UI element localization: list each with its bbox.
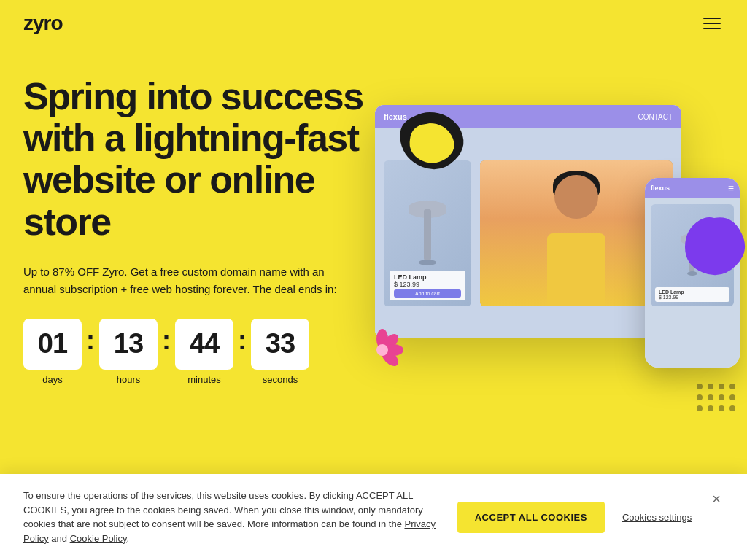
minutes-value: 44 bbox=[175, 319, 233, 370]
seconds-label: seconds bbox=[263, 374, 298, 385]
cookie-message: To ensure the operations of the services… bbox=[23, 490, 423, 529]
deco-wave-black bbox=[390, 105, 470, 185]
phone-product-info: LED Lamp $ 123.99 bbox=[655, 287, 729, 302]
countdown-hours: 13 hours bbox=[99, 319, 158, 385]
phone-header: flexus ≡ bbox=[645, 178, 740, 198]
person-head bbox=[554, 175, 598, 219]
deco-purple-blob bbox=[681, 214, 747, 283]
cookie-text: To ensure the operations of the services… bbox=[23, 489, 440, 545]
hours-value: 13 bbox=[99, 319, 158, 370]
woman-figure bbox=[480, 160, 673, 306]
hamburger-line-3 bbox=[703, 28, 721, 29]
days-value: 01 bbox=[23, 319, 82, 370]
seconds-value: 33 bbox=[251, 319, 309, 370]
cookie-close-icon[interactable]: × bbox=[709, 489, 724, 509]
separator-2: : bbox=[162, 327, 171, 368]
phone-lamp-name: LED Lamp bbox=[659, 289, 726, 295]
minutes-label: minutes bbox=[187, 374, 221, 385]
days-label: days bbox=[42, 374, 62, 385]
svg-point-7 bbox=[719, 384, 724, 389]
hero-illustration: flexus CONTACT LED Lamp bbox=[346, 47, 747, 499]
laptop-add-to-cart[interactable]: Add to cart bbox=[394, 289, 461, 298]
svg-point-10 bbox=[708, 394, 713, 400]
laptop-woman-image bbox=[480, 160, 673, 306]
deco-dots-right bbox=[692, 379, 743, 433]
svg-point-16 bbox=[729, 405, 735, 411]
countdown-minutes: 44 minutes bbox=[175, 319, 233, 385]
svg-point-15 bbox=[719, 405, 724, 411]
hamburger-line-1 bbox=[703, 18, 721, 19]
laptop-nav: CONTACT bbox=[638, 113, 673, 121]
separator-3: : bbox=[238, 327, 247, 368]
svg-point-14 bbox=[708, 405, 713, 411]
hero-section: Spring into success with a lightning-fas… bbox=[0, 47, 747, 513]
laptop-lamp-name: LED Lamp bbox=[394, 273, 461, 281]
cookie-banner: To ensure the operations of the services… bbox=[0, 474, 747, 560]
hero-content: Spring into success with a lightning-fas… bbox=[23, 61, 374, 408]
separator-1: : bbox=[86, 327, 95, 368]
phone-menu-icon: ≡ bbox=[728, 182, 734, 194]
cookie-and: and bbox=[51, 533, 67, 544]
person-body bbox=[547, 233, 605, 306]
countdown-seconds: 33 seconds bbox=[251, 319, 309, 385]
mockup-container: flexus CONTACT LED Lamp bbox=[346, 47, 747, 499]
countdown-days: 01 days bbox=[23, 319, 82, 385]
hamburger-menu[interactable] bbox=[700, 15, 724, 32]
phone-lamp-price: $ 123.99 bbox=[659, 295, 726, 300]
svg-point-6 bbox=[708, 384, 713, 389]
svg-rect-18 bbox=[424, 209, 431, 260]
navbar: zyro bbox=[0, 0, 747, 47]
svg-point-11 bbox=[719, 394, 724, 400]
svg-point-12 bbox=[729, 394, 735, 400]
accept-cookies-button[interactable]: ACCEPT ALL COOKIES bbox=[457, 502, 605, 533]
cookie-policy-link[interactable]: Cookie Policy bbox=[70, 533, 127, 544]
hours-label: hours bbox=[117, 374, 141, 385]
laptop-lamp-price: $ 123.99 bbox=[394, 281, 461, 288]
svg-point-5 bbox=[697, 384, 703, 389]
svg-point-9 bbox=[697, 394, 703, 400]
hamburger-line-2 bbox=[703, 23, 721, 24]
phone-brand: flexus bbox=[651, 184, 670, 192]
hero-subtitle: Up to 87% OFF Zyro. Get a free custom do… bbox=[23, 263, 344, 298]
cookies-settings-button[interactable]: Cookies settings bbox=[622, 512, 692, 523]
svg-point-13 bbox=[697, 405, 703, 411]
countdown-timer: 01 days : 13 hours : 44 minutes : 33 sec… bbox=[23, 319, 374, 385]
svg-point-19 bbox=[419, 260, 436, 265]
svg-point-8 bbox=[729, 384, 735, 389]
laptop-product-info: LED Lamp $ 123.99 Add to cart bbox=[390, 271, 465, 300]
cookie-period: . bbox=[126, 533, 129, 544]
logo[interactable]: zyro bbox=[23, 12, 63, 35]
hero-title: Spring into success with a lightning-fas… bbox=[23, 76, 374, 243]
svg-point-4 bbox=[376, 344, 388, 356]
